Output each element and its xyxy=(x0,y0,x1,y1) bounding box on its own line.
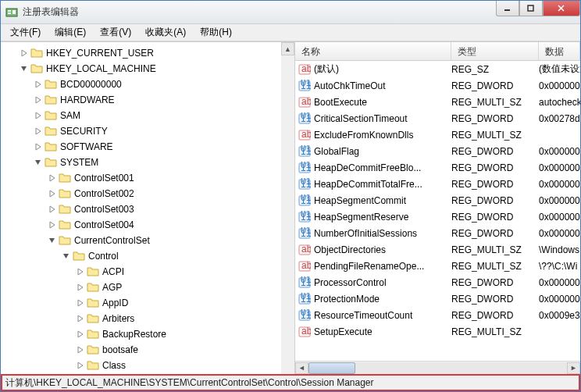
value-type: REG_MULTI_SZ xyxy=(451,130,539,141)
tree-hardware[interactable]: HARDWARE xyxy=(1,92,294,108)
value-name: ProcessorControl xyxy=(314,277,387,288)
value-name: HeapSegmentReserve xyxy=(314,212,408,223)
hscroll-thumb[interactable] xyxy=(308,362,355,374)
tree-label: AGP xyxy=(102,282,122,293)
tree-hklm[interactable]: HKEY_LOCAL_MACHINE xyxy=(1,61,294,77)
value-data: 0x000000 xyxy=(539,179,580,190)
value-row[interactable]: abBootExecuteREG_MULTI_SZautocheck xyxy=(295,94,580,110)
expander-icon[interactable] xyxy=(48,189,57,198)
expander-icon[interactable] xyxy=(76,314,85,323)
value-row[interactable]: 011110ResourceTimeoutCountREG_DWORD0x000… xyxy=(295,307,580,323)
value-name: NumberOfInitialSessions xyxy=(314,228,417,239)
value-row[interactable]: abPendingFileRenameOpe...REG_MULTI_SZ\??… xyxy=(295,258,580,274)
column-name[interactable]: 名称 xyxy=(295,42,451,60)
folder-icon xyxy=(87,344,99,356)
value-row[interactable]: 011110HeapSegmentReserveREG_DWORD0x00000… xyxy=(295,208,580,225)
menu-file[interactable]: 文件(F) xyxy=(4,24,47,41)
expander-icon[interactable] xyxy=(76,361,85,370)
value-name: HeapDeCommitFreeBlo... xyxy=(314,162,421,173)
tree-system[interactable]: SYSTEM xyxy=(1,155,294,170)
tree-pane[interactable]: HKEY_CURRENT_USERHKEY_LOCAL_MACHINEBCD00… xyxy=(1,42,295,374)
tree-hkcu[interactable]: HKEY_CURRENT_USER xyxy=(1,45,294,61)
tree-scrollbar[interactable]: ▲ xyxy=(281,42,294,374)
column-type[interactable]: 类型 xyxy=(451,42,539,60)
window-title: 注册表编辑器 xyxy=(23,5,496,19)
tree-bcd[interactable]: BCD00000000 xyxy=(1,77,294,92)
value-row[interactable]: 011110AutoChkTimeOutREG_DWORD0x000000 xyxy=(295,77,580,94)
value-row[interactable]: 011110HeapDeCommitFreeBlo...REG_DWORD0x0… xyxy=(295,159,580,176)
scroll-right-icon[interactable]: ► xyxy=(567,362,580,374)
expander-icon[interactable] xyxy=(34,158,43,167)
scroll-left-icon[interactable]: ◄ xyxy=(295,362,308,374)
tree-cs003[interactable]: ControlSet003 xyxy=(1,201,294,217)
menu-help[interactable]: 帮助(H) xyxy=(194,24,238,41)
tree-cs004[interactable]: ControlSet004 xyxy=(1,217,294,233)
expander-icon[interactable] xyxy=(34,142,43,151)
value-name: HeapDeCommitTotalFre... xyxy=(314,179,422,190)
expander-icon[interactable] xyxy=(76,283,85,292)
tree-bootsafe[interactable]: bootsafe xyxy=(1,342,294,358)
tree-acpi[interactable]: ACPI xyxy=(1,264,294,280)
tree-cs002[interactable]: ControlSet002 xyxy=(1,186,294,201)
tree-sam[interactable]: SAM xyxy=(1,108,294,123)
value-data: 0x000000 xyxy=(539,146,580,157)
expander-icon[interactable] xyxy=(34,95,43,105)
folder-icon xyxy=(59,219,71,231)
expander-icon[interactable] xyxy=(76,267,85,276)
value-row[interactable]: 011110HeapDeCommitTotalFre...REG_DWORD0x… xyxy=(295,176,580,192)
minimize-button[interactable] xyxy=(496,1,519,16)
expander-icon[interactable] xyxy=(48,236,57,245)
expander-icon[interactable] xyxy=(34,127,43,136)
value-row[interactable]: abExcludeFromKnownDllsREG_MULTI_SZ xyxy=(295,127,580,143)
tree-label: SYSTEM xyxy=(60,157,98,168)
svg-text:110: 110 xyxy=(301,80,311,91)
tree-backuprestore[interactable]: BackupRestore xyxy=(1,326,294,342)
svg-text:ab: ab xyxy=(301,260,311,271)
expander-icon[interactable] xyxy=(48,173,57,183)
maximize-button[interactable] xyxy=(519,1,543,16)
expander-icon[interactable] xyxy=(62,251,71,261)
scroll-up-icon[interactable]: ▲ xyxy=(281,42,294,55)
expander-icon[interactable] xyxy=(34,111,43,120)
tree-appid[interactable]: AppID xyxy=(1,295,294,311)
expander-icon[interactable] xyxy=(48,220,57,230)
titlebar[interactable]: 注册表编辑器 xyxy=(1,1,580,24)
value-row[interactable]: 011110CriticalSectionTimeoutREG_DWORD0x0… xyxy=(295,110,580,127)
value-row[interactable]: 011110HeapSegmentCommitREG_DWORD0x000000 xyxy=(295,192,580,208)
close-button[interactable] xyxy=(543,1,580,16)
list-hscroll[interactable]: ◄ ► xyxy=(295,361,580,374)
value-row[interactable]: ab(默认)REG_SZ(数值未设置 xyxy=(295,61,580,77)
expander-icon[interactable] xyxy=(76,330,85,339)
tree-arbiters[interactable]: Arbiters xyxy=(1,311,294,326)
expander-icon[interactable] xyxy=(76,298,85,308)
tree-cs001[interactable]: ControlSet001 xyxy=(1,170,294,186)
expander-icon[interactable] xyxy=(48,205,57,214)
value-row[interactable]: abSetupExecuteREG_MULTI_SZ xyxy=(295,323,580,340)
list-body[interactable]: ab(默认)REG_SZ(数值未设置011110AutoChkTimeOutRE… xyxy=(295,61,580,361)
value-row[interactable]: 011110NumberOfInitialSessionsREG_DWORD0x… xyxy=(295,225,580,241)
folder-icon xyxy=(45,141,57,153)
tree-security[interactable]: SECURITY xyxy=(1,123,294,139)
value-row[interactable]: 011110ProcessorControlREG_DWORD0x000000 xyxy=(295,274,580,290)
value-row[interactable]: abObjectDirectoriesREG_MULTI_SZ\Windows xyxy=(295,241,580,258)
expander-icon[interactable] xyxy=(34,80,43,89)
value-name: ProtectionMode xyxy=(314,294,380,305)
tree-control[interactable]: Control xyxy=(1,248,294,264)
tree-ccs[interactable]: CurrentControlSet xyxy=(1,233,294,248)
expander-icon[interactable] xyxy=(20,64,29,73)
value-row[interactable]: 011110GlobalFlagREG_DWORD0x000000 xyxy=(295,143,580,159)
expander-icon[interactable] xyxy=(20,48,29,58)
column-data[interactable]: 数据 xyxy=(539,42,580,60)
value-row[interactable]: 011110ProtectionModeREG_DWORD0x000000 xyxy=(295,290,580,307)
menu-edit[interactable]: 编辑(E) xyxy=(48,24,92,41)
menu-view[interactable]: 查看(V) xyxy=(94,24,137,41)
tree-agp[interactable]: AGP xyxy=(1,280,294,295)
tree-software[interactable]: SOFTWARE xyxy=(1,139,294,155)
tree-label: SAM xyxy=(60,110,80,121)
app-icon xyxy=(5,6,18,19)
svg-text:ab: ab xyxy=(301,244,311,255)
menu-favorites[interactable]: 收藏夹(A) xyxy=(139,24,192,41)
expander-icon[interactable] xyxy=(76,345,85,355)
tree-class[interactable]: Class xyxy=(1,358,294,373)
value-data: 0x0009e34 xyxy=(539,310,580,321)
